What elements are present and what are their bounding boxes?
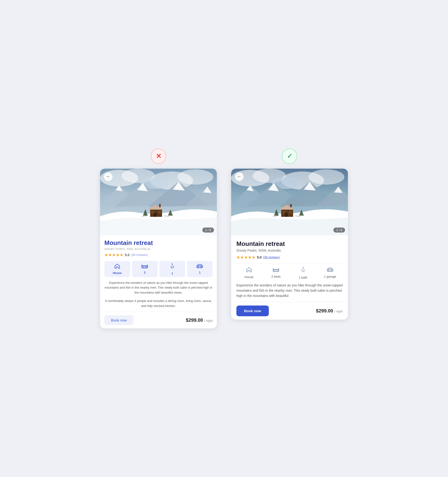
good-amenity-type-label: House (244, 275, 254, 279)
svg-rect-26 (142, 266, 144, 267)
good-indicator-icon: ✓ (287, 152, 292, 160)
svg-rect-52 (290, 204, 292, 207)
bad-amenities-grid: House 2 (104, 261, 213, 277)
bad-beds-icon (141, 263, 148, 270)
bad-card-footer: Book now $299.00 / night (100, 312, 217, 328)
page-wrapper: ✕ (93, 149, 355, 329)
good-card: ← 1 / 8 Mountain retreat Snowy Peaks, NS… (231, 169, 348, 320)
svg-point-4 (178, 169, 213, 185)
svg-point-30 (198, 266, 199, 268)
bad-back-arrow: ← (106, 174, 110, 179)
good-card-column: ✓ (231, 149, 348, 320)
good-property-location: Snowy Peaks, NSW, Australia (236, 249, 343, 252)
bad-stars: ★★★★★ (104, 252, 123, 258)
bad-book-button[interactable]: Book now (104, 315, 134, 325)
bad-price: $299.00 / night (186, 317, 213, 323)
svg-rect-18 (151, 211, 154, 214)
good-house-icon (246, 267, 252, 274)
bad-property-title: Mountain retreat (104, 239, 213, 247)
good-amenity-bath-label: 1 bath (299, 276, 307, 279)
bad-amenity-bath: 1 (159, 261, 185, 277)
svg-point-31 (201, 266, 202, 268)
good-image-counter: 1 / 8 (333, 227, 345, 233)
bad-bath-icon (170, 263, 175, 271)
bad-per-night: / night (204, 319, 213, 322)
svg-point-63 (331, 270, 332, 271)
good-price: $299.00 / night (316, 308, 343, 314)
good-stars: ★★★★★ (236, 255, 256, 260)
good-card-body: Mountain retreat Snowy Peaks, NSW, Austr… (231, 235, 348, 298)
bad-amenity-type: House (104, 261, 130, 277)
bad-card-column: ✕ (100, 149, 217, 329)
svg-rect-27 (145, 266, 147, 267)
svg-point-60 (303, 267, 303, 268)
svg-rect-19 (158, 211, 161, 214)
bad-description-2: It comfortably sleeps 4 people and inclu… (104, 298, 213, 309)
bad-description-1: Experience the wonders of nature as you … (104, 280, 213, 295)
good-amenity-garage-label: 1 garage (324, 275, 336, 278)
good-amenities-row: House 2 beds (236, 267, 343, 279)
bad-indicator: ✕ (151, 149, 166, 164)
bad-amenity-bath-label: 1 (171, 272, 173, 275)
bad-rating-score: 5.0 (125, 253, 129, 257)
bad-card-image-wrapper: ← 1 / 8 (100, 169, 217, 235)
bad-property-location: SNOWY PEAKS, NSW, AUSTRALIA (104, 248, 213, 250)
bad-amenity-beds-label: 2 (144, 271, 145, 274)
good-rating-count[interactable]: (38 reviews) (263, 256, 280, 259)
good-garage-icon (327, 267, 333, 274)
svg-rect-50 (282, 211, 285, 214)
good-amenity-type: House (236, 267, 262, 279)
good-amenity-beds: 2 beds (264, 267, 289, 279)
good-rating-score: 5.0 (257, 256, 262, 259)
bad-amenity-garage: 1 (187, 261, 213, 277)
bad-price-value: $299.00 (186, 317, 203, 323)
good-beds-icon (273, 267, 279, 274)
good-mountain-scene (231, 169, 348, 235)
good-per-night: / night (334, 310, 343, 313)
svg-rect-59 (276, 270, 278, 271)
good-amenity-garage: 1 garage (318, 267, 343, 279)
bad-house-icon (114, 263, 120, 270)
svg-rect-58 (273, 270, 275, 271)
bad-card-body: Mountain retreat SNOWY PEAKS, NSW, AUSTR… (100, 235, 217, 309)
good-amenity-bath: 1 bath (291, 267, 316, 279)
good-indicator: ✓ (282, 149, 297, 164)
bad-rating-row: ★★★★★ 5.0 (38 reviews) (104, 252, 213, 258)
svg-point-62 (328, 270, 329, 271)
bad-amenity-beds: 2 (132, 261, 158, 277)
bad-image-counter: 1 / 8 (202, 227, 214, 233)
bad-amenity-garage-label: 1 (199, 271, 201, 274)
bad-garage-icon (196, 263, 203, 270)
bad-card-back-button[interactable]: ← (104, 173, 112, 181)
good-card-back-button[interactable]: ← (235, 173, 244, 181)
good-book-button[interactable]: Book now (236, 305, 269, 316)
good-card-footer: Book now $299.00 / night (231, 302, 348, 320)
bad-rating-count: (38 reviews) (131, 253, 148, 257)
good-price-value: $299.00 (316, 308, 333, 313)
good-card-image-wrapper: ← 1 / 8 (231, 169, 348, 235)
svg-rect-20 (159, 204, 161, 207)
bad-amenity-type-label: House (113, 271, 122, 275)
svg-rect-51 (289, 211, 292, 214)
svg-point-36 (308, 169, 344, 185)
good-back-arrow: ← (237, 174, 241, 179)
good-bath-icon (301, 267, 306, 274)
good-rating-row: ★★★★★ 5.0 (38 reviews) (236, 255, 343, 263)
bad-card: ← 1 / 8 Mountain retreat SNOWY PEAKS, NS… (100, 169, 217, 329)
good-property-title: Mountain retreat (236, 240, 343, 248)
bad-mountain-scene (100, 169, 217, 235)
bad-indicator-icon: ✕ (156, 152, 161, 160)
good-amenity-beds-label: 2 beds (271, 275, 281, 278)
good-description: Experience the wonders of nature as you … (236, 283, 343, 298)
svg-point-28 (172, 263, 173, 264)
